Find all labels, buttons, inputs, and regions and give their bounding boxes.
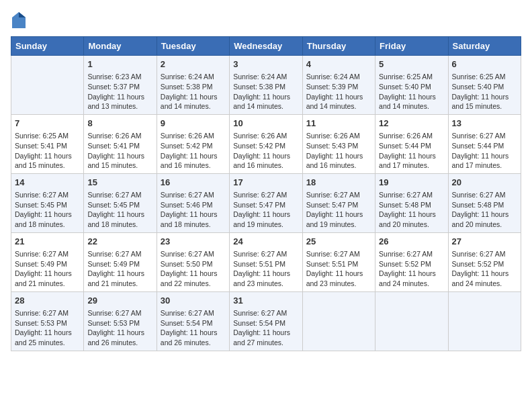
calendar-cell: 29Sunrise: 6:27 AM Sunset: 5:53 PM Dayli… bbox=[84, 291, 157, 351]
day-number: 21 bbox=[15, 236, 80, 248]
day-number: 22 bbox=[87, 236, 152, 248]
calendar-cell: 17Sunrise: 6:27 AM Sunset: 5:47 PM Dayli… bbox=[230, 173, 302, 232]
calendar-cell: 9Sunrise: 6:26 AM Sunset: 5:42 PM Daylig… bbox=[157, 114, 229, 173]
calendar-cell bbox=[302, 291, 375, 351]
calendar-week-4: 21Sunrise: 6:27 AM Sunset: 5:49 PM Dayli… bbox=[11, 232, 521, 291]
day-content: Sunrise: 6:25 AM Sunset: 5:40 PM Dayligh… bbox=[452, 72, 517, 111]
day-content: Sunrise: 6:27 AM Sunset: 5:47 PM Dayligh… bbox=[233, 190, 298, 230]
calendar-cell bbox=[11, 56, 84, 115]
day-number: 29 bbox=[87, 295, 152, 307]
calendar-cell: 12Sunrise: 6:26 AM Sunset: 5:44 PM Dayli… bbox=[375, 114, 448, 173]
day-content: Sunrise: 6:24 AM Sunset: 5:38 PM Dayligh… bbox=[161, 72, 226, 111]
day-content: Sunrise: 6:27 AM Sunset: 5:51 PM Dayligh… bbox=[233, 249, 298, 289]
day-number: 8 bbox=[87, 118, 152, 130]
day-content: Sunrise: 6:25 AM Sunset: 5:41 PM Dayligh… bbox=[15, 131, 80, 171]
calendar-table: SundayMondayTuesdayWednesdayThursdayFrid… bbox=[11, 36, 521, 351]
day-content: Sunrise: 6:27 AM Sunset: 5:49 PM Dayligh… bbox=[15, 249, 80, 289]
calendar-cell: 4Sunrise: 6:24 AM Sunset: 5:39 PM Daylig… bbox=[302, 56, 375, 115]
calendar-cell: 22Sunrise: 6:27 AM Sunset: 5:49 PM Dayli… bbox=[84, 232, 157, 291]
day-number: 3 bbox=[233, 58, 298, 71]
calendar-cell: 8Sunrise: 6:26 AM Sunset: 5:41 PM Daylig… bbox=[84, 114, 157, 173]
day-number: 14 bbox=[15, 177, 80, 189]
calendar-week-2: 7Sunrise: 6:25 AM Sunset: 5:41 PM Daylig… bbox=[11, 114, 521, 173]
day-number: 19 bbox=[379, 177, 444, 189]
day-content: Sunrise: 6:27 AM Sunset: 5:54 PM Dayligh… bbox=[161, 308, 226, 348]
day-number: 18 bbox=[306, 177, 371, 189]
calendar-cell: 15Sunrise: 6:27 AM Sunset: 5:45 PM Dayli… bbox=[84, 173, 157, 232]
day-number: 31 bbox=[233, 295, 298, 307]
day-number: 4 bbox=[306, 58, 371, 71]
calendar-week-1: 1Sunrise: 6:23 AM Sunset: 5:37 PM Daylig… bbox=[11, 56, 521, 115]
day-content: Sunrise: 6:26 AM Sunset: 5:44 PM Dayligh… bbox=[379, 131, 444, 171]
day-number: 6 bbox=[452, 58, 517, 71]
calendar-cell: 6Sunrise: 6:25 AM Sunset: 5:40 PM Daylig… bbox=[448, 56, 521, 115]
calendar-cell: 3Sunrise: 6:24 AM Sunset: 5:38 PM Daylig… bbox=[230, 56, 302, 115]
day-number: 10 bbox=[233, 118, 298, 130]
day-number: 9 bbox=[161, 118, 226, 130]
day-header-wednesday: Wednesday bbox=[230, 37, 302, 56]
logo-icon bbox=[11, 11, 27, 30]
day-content: Sunrise: 6:27 AM Sunset: 5:45 PM Dayligh… bbox=[15, 190, 80, 230]
calendar-cell: 16Sunrise: 6:27 AM Sunset: 5:46 PM Dayli… bbox=[157, 173, 229, 232]
day-content: Sunrise: 6:27 AM Sunset: 5:52 PM Dayligh… bbox=[379, 249, 444, 289]
logo bbox=[11, 11, 30, 30]
calendar-cell: 7Sunrise: 6:25 AM Sunset: 5:41 PM Daylig… bbox=[11, 114, 84, 173]
calendar-header-row: SundayMondayTuesdayWednesdayThursdayFrid… bbox=[11, 37, 521, 56]
calendar-cell: 25Sunrise: 6:27 AM Sunset: 5:51 PM Dayli… bbox=[302, 232, 375, 291]
day-content: Sunrise: 6:27 AM Sunset: 5:51 PM Dayligh… bbox=[306, 249, 371, 289]
day-number: 28 bbox=[15, 295, 80, 307]
day-number: 11 bbox=[306, 118, 371, 130]
day-number: 26 bbox=[379, 236, 444, 248]
calendar-cell: 27Sunrise: 6:27 AM Sunset: 5:52 PM Dayli… bbox=[448, 232, 521, 291]
day-header-tuesday: Tuesday bbox=[157, 37, 229, 56]
day-content: Sunrise: 6:26 AM Sunset: 5:42 PM Dayligh… bbox=[233, 131, 298, 171]
day-header-thursday: Thursday bbox=[302, 37, 375, 56]
day-content: Sunrise: 6:27 AM Sunset: 5:47 PM Dayligh… bbox=[306, 190, 371, 230]
day-header-sunday: Sunday bbox=[11, 37, 84, 56]
day-content: Sunrise: 6:27 AM Sunset: 5:54 PM Dayligh… bbox=[233, 308, 298, 348]
calendar-cell bbox=[375, 291, 448, 351]
calendar-cell: 19Sunrise: 6:27 AM Sunset: 5:48 PM Dayli… bbox=[375, 173, 448, 232]
day-content: Sunrise: 6:24 AM Sunset: 5:39 PM Dayligh… bbox=[306, 72, 371, 111]
day-content: Sunrise: 6:27 AM Sunset: 5:48 PM Dayligh… bbox=[379, 190, 444, 230]
day-number: 12 bbox=[379, 118, 444, 130]
day-content: Sunrise: 6:27 AM Sunset: 5:53 PM Dayligh… bbox=[15, 308, 80, 348]
day-content: Sunrise: 6:27 AM Sunset: 5:52 PM Dayligh… bbox=[452, 249, 517, 289]
calendar-cell: 1Sunrise: 6:23 AM Sunset: 5:37 PM Daylig… bbox=[84, 56, 157, 115]
day-content: Sunrise: 6:27 AM Sunset: 5:49 PM Dayligh… bbox=[87, 249, 152, 289]
day-number: 7 bbox=[15, 118, 80, 130]
day-number: 1 bbox=[87, 58, 152, 71]
calendar-cell: 13Sunrise: 6:27 AM Sunset: 5:44 PM Dayli… bbox=[448, 114, 521, 173]
day-content: Sunrise: 6:24 AM Sunset: 5:38 PM Dayligh… bbox=[233, 72, 298, 111]
day-number: 23 bbox=[161, 236, 226, 248]
calendar-cell: 28Sunrise: 6:27 AM Sunset: 5:53 PM Dayli… bbox=[11, 291, 84, 351]
day-content: Sunrise: 6:27 AM Sunset: 5:45 PM Dayligh… bbox=[87, 190, 152, 230]
calendar-cell bbox=[448, 291, 521, 351]
calendar-cell: 30Sunrise: 6:27 AM Sunset: 5:54 PM Dayli… bbox=[157, 291, 229, 351]
calendar-cell: 21Sunrise: 6:27 AM Sunset: 5:49 PM Dayli… bbox=[11, 232, 84, 291]
day-content: Sunrise: 6:26 AM Sunset: 5:42 PM Dayligh… bbox=[161, 131, 226, 171]
day-number: 25 bbox=[306, 236, 371, 248]
calendar-week-5: 28Sunrise: 6:27 AM Sunset: 5:53 PM Dayli… bbox=[11, 291, 521, 351]
day-number: 30 bbox=[161, 295, 226, 307]
day-header-saturday: Saturday bbox=[448, 37, 521, 56]
day-content: Sunrise: 6:23 AM Sunset: 5:37 PM Dayligh… bbox=[87, 72, 152, 111]
calendar-cell: 26Sunrise: 6:27 AM Sunset: 5:52 PM Dayli… bbox=[375, 232, 448, 291]
day-content: Sunrise: 6:27 AM Sunset: 5:50 PM Dayligh… bbox=[161, 249, 226, 289]
calendar-cell: 23Sunrise: 6:27 AM Sunset: 5:50 PM Dayli… bbox=[157, 232, 229, 291]
day-number: 27 bbox=[452, 236, 517, 248]
day-content: Sunrise: 6:27 AM Sunset: 5:44 PM Dayligh… bbox=[452, 131, 517, 171]
day-number: 2 bbox=[161, 58, 226, 71]
day-content: Sunrise: 6:26 AM Sunset: 5:43 PM Dayligh… bbox=[306, 131, 371, 171]
calendar-cell: 20Sunrise: 6:27 AM Sunset: 5:48 PM Dayli… bbox=[448, 173, 521, 232]
page-header bbox=[11, 11, 521, 30]
day-number: 15 bbox=[87, 177, 152, 189]
calendar-cell: 24Sunrise: 6:27 AM Sunset: 5:51 PM Dayli… bbox=[230, 232, 302, 291]
calendar-cell: 5Sunrise: 6:25 AM Sunset: 5:40 PM Daylig… bbox=[375, 56, 448, 115]
calendar-cell: 14Sunrise: 6:27 AM Sunset: 5:45 PM Dayli… bbox=[11, 173, 84, 232]
day-header-monday: Monday bbox=[84, 37, 157, 56]
day-content: Sunrise: 6:27 AM Sunset: 5:53 PM Dayligh… bbox=[87, 308, 152, 348]
day-number: 24 bbox=[233, 236, 298, 248]
day-content: Sunrise: 6:27 AM Sunset: 5:48 PM Dayligh… bbox=[452, 190, 517, 230]
day-number: 13 bbox=[452, 118, 517, 130]
